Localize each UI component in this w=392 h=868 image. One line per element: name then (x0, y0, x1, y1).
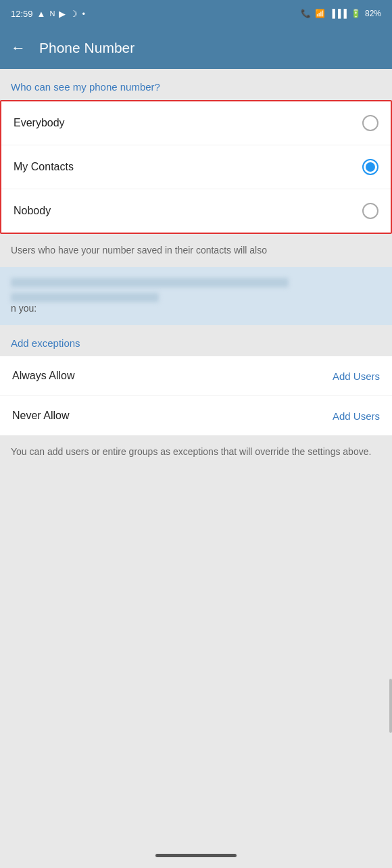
visibility-header-text: Who can see my phone number? (11, 81, 160, 93)
exception-label-never-allow: Never Allow (12, 410, 69, 422)
moon-icon: ☽ (70, 9, 78, 19)
status-bar-left: 12:59 ▲ N ▶ ☽ • (11, 9, 85, 19)
signal-icon: ▲ (37, 9, 46, 19)
scrollbar[interactable] (389, 679, 392, 733)
wifi-icon: 📶 (315, 9, 325, 18)
sim-icon: N (49, 9, 55, 18)
exception-label-always-allow: Always Allow (12, 370, 74, 382)
info-section: Users who have your number saved in thei… (0, 234, 392, 267)
battery-percent: 82% (365, 9, 381, 18)
visibility-section-header: Who can see my phone number? (0, 69, 392, 100)
battery-icon: 🔋 (351, 9, 361, 18)
app-bar: ← Phone Number (0, 27, 392, 69)
exception-row-never-allow[interactable]: Never Allow Add Users (0, 396, 392, 435)
signal-bars-icon: ▐▐▐ (329, 9, 347, 18)
exception-row-always-allow[interactable]: Always Allow Add Users (0, 356, 392, 396)
radio-label-my-contacts: My Contacts (14, 161, 74, 173)
radio-label-nobody: Nobody (14, 205, 51, 217)
call-icon: 📞 (301, 9, 311, 18)
youtube-icon: ▶ (59, 9, 66, 19)
visibility-radio-group: Everybody My Contacts Nobody (0, 100, 392, 234)
radio-label-everybody: Everybody (14, 117, 65, 129)
footer-info-section: You can add users or entire groups as ex… (0, 435, 392, 468)
info-text: Users who have your number saved in thei… (11, 245, 267, 256)
radio-circle-my-contacts (362, 159, 378, 175)
content-area: Who can see my phone number? Everybody M… (0, 69, 392, 468)
blurred-lines (11, 278, 381, 302)
exceptions-header-text: Add exceptions (11, 337, 80, 349)
blurred-line-1 (11, 278, 289, 287)
blurred-line-2 (11, 293, 159, 302)
add-users-button-always-allow[interactable]: Add Users (333, 370, 380, 382)
radio-circle-nobody (362, 203, 378, 219)
radio-item-my-contacts[interactable]: My Contacts (1, 145, 391, 189)
status-bar: 12:59 ▲ N ▶ ☽ • 📞 📶 ▐▐▐ 🔋 82% (0, 0, 392, 27)
exceptions-group: Always Allow Add Users Never Allow Add U… (0, 356, 392, 435)
reveal-text: n you: (11, 303, 36, 314)
back-button[interactable]: ← (11, 39, 26, 57)
dot-indicator: • (82, 9, 85, 19)
radio-item-everybody[interactable]: Everybody (1, 101, 391, 145)
time-display: 12:59 (11, 9, 33, 19)
add-users-button-never-allow[interactable]: Add Users (333, 410, 380, 422)
radio-circle-everybody (362, 115, 378, 131)
exceptions-section-header: Add exceptions (0, 325, 392, 356)
home-indicator (155, 854, 237, 857)
footer-info-text: You can add users or entire groups as ex… (11, 446, 371, 457)
blurred-info-block: n you: (0, 267, 392, 325)
radio-item-nobody[interactable]: Nobody (1, 189, 391, 233)
status-bar-right: 📞 📶 ▐▐▐ 🔋 82% (301, 9, 381, 18)
page-title: Phone Number (39, 40, 134, 56)
